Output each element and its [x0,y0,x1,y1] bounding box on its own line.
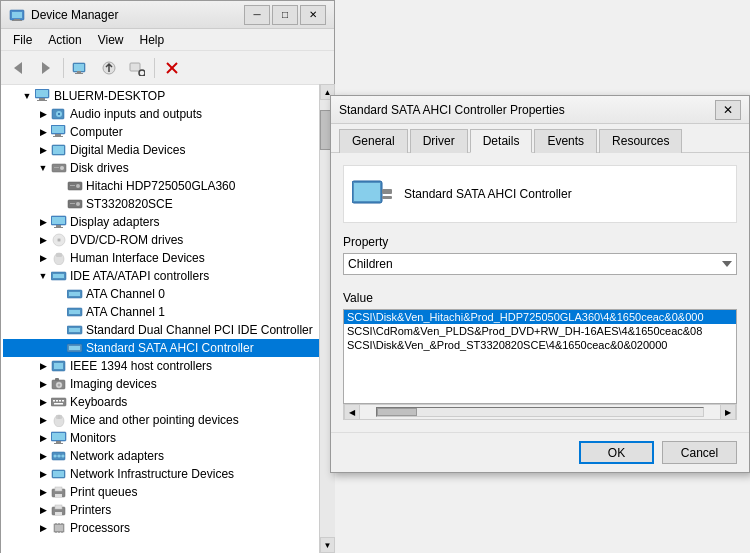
hid-expand[interactable]: ▶ [35,250,51,266]
monitors-expand[interactable]: ▶ [35,430,51,446]
ieee-expand[interactable]: ▶ [35,358,51,374]
dialog-title-bar: Standard SATA AHCI Controller Properties… [331,96,749,124]
scrollbar-thumb-h[interactable] [377,408,417,416]
tree-monitors-node[interactable]: ▶ Monitors [3,429,332,447]
horizontal-scrollbar[interactable]: ◀ ▶ [343,404,737,420]
tree-ata0-node[interactable]: ATA Channel 0 [3,285,332,303]
svg-rect-37 [70,203,75,204]
tree-dvd-node[interactable]: ▶ DVD/CD-ROM drives [3,231,332,249]
svg-rect-68 [54,403,63,405]
close-button[interactable]: ✕ [300,5,326,25]
tree-audio-node[interactable]: ▶ Audio inputs and outputs [3,105,332,123]
netinfra-expand[interactable]: ▶ [35,466,51,482]
mice-expand[interactable]: ▶ [35,412,51,428]
tree-keyboards-node[interactable]: ▶ Keyboards [3,393,332,411]
tree-ata1-node[interactable]: ATA Channel 1 [3,303,332,321]
svg-point-78 [58,455,61,458]
tree-ieee-node[interactable]: ▶ IEEE 1394 host controllers [3,357,332,375]
printers-expand[interactable]: ▶ [35,502,51,518]
scroll-left-arrow[interactable]: ◀ [344,404,360,420]
st-icon [67,196,83,212]
printers-label: Printers [70,503,111,517]
view-menu[interactable]: View [90,31,132,49]
action-menu[interactable]: Action [40,31,89,49]
tree-st-node[interactable]: ST3320820SCE [3,195,332,213]
tree-ide-node[interactable]: ▼ IDE ATA/ATAPI controllers [3,267,332,285]
keyboards-expand[interactable]: ▶ [35,394,51,410]
tree-display-node[interactable]: ▶ Display adapters [3,213,332,231]
tree-sata-node[interactable]: Standard SATA AHCI Controller [3,339,332,357]
tab-driver[interactable]: Driver [410,129,468,153]
digital-expand[interactable]: ▶ [35,142,51,158]
audio-expand[interactable]: ▶ [35,106,51,122]
svg-rect-75 [54,443,63,444]
ata1-icon [67,304,83,320]
tree-processors-node[interactable]: ▶ Processors [3,519,332,537]
tree-root-expand[interactable]: ▼ [19,88,35,104]
tree-disk-node[interactable]: ▼ Disk drives [3,159,332,177]
value-row-1[interactable]: SCSI\CdRom&Ven_PLDS&Prod_DVD+RW_DH-16AES… [344,324,736,338]
tree-printers-node[interactable]: ▶ Printers [3,501,332,519]
tree-root-node[interactable]: ▼ BLUERM-DESKTOP [3,87,332,105]
network-label: Network adapters [70,449,164,463]
monitors-label: Monitors [70,431,116,445]
tab-resources[interactable]: Resources [599,129,682,153]
value-listbox[interactable]: SCSI\Disk&Ven_Hitachi&Prod_HDP725050GLA3… [343,309,737,404]
computer-label: Computer [70,125,123,139]
display-expand[interactable]: ▶ [35,214,51,230]
help-menu[interactable]: Help [132,31,173,49]
processors-expand[interactable]: ▶ [35,520,51,536]
svg-rect-52 [69,310,80,314]
imaging-expand[interactable]: ▶ [35,376,51,392]
value-label: Value [343,291,737,305]
tree-hid-node[interactable]: ▶ Human Interface Devices [3,249,332,267]
value-row-2[interactable]: SCSI\Disk&Ven_&Prod_ST3320820SCE\4&1650c… [344,338,736,352]
back-button[interactable] [5,55,31,81]
update-driver-button[interactable] [96,55,122,81]
svg-point-44 [58,239,60,241]
digital-label: Digital Media Devices [70,143,185,157]
minimize-button[interactable]: ─ [244,5,270,25]
dialog-close-button[interactable]: ✕ [715,100,741,120]
tab-details[interactable]: Details [470,129,533,153]
tree-print-node[interactable]: ▶ Print queues [3,483,332,501]
file-menu[interactable]: File [5,31,40,49]
st-label: ST3320820SCE [86,197,173,211]
value-row-0[interactable]: SCSI\Disk&Ven_Hitachi&Prod_HDP725050GLA3… [344,310,736,324]
tab-general[interactable]: General [339,129,408,153]
tree-dual-node[interactable]: Standard Dual Channel PCI IDE Controller [3,321,332,339]
tree-network-node[interactable]: ▶ Network adapters [3,447,332,465]
tree-computer-node[interactable]: ▶ Computer [3,123,332,141]
scroll-down-arrow[interactable]: ▼ [320,537,335,553]
maximize-button[interactable]: □ [272,5,298,25]
svg-rect-67 [62,400,64,402]
network-expand[interactable]: ▶ [35,448,51,464]
svg-rect-28 [53,146,64,154]
display-label: Display adapters [70,215,159,229]
device-tree[interactable]: ▼ BLUERM-DESKTOP ▶ Audio inputs and outp… [1,85,334,553]
tree-mice-node[interactable]: ▶ Mice and other pointing devices [3,411,332,429]
dvd-expand[interactable]: ▶ [35,232,51,248]
hitachi-expand [51,178,67,194]
scroll-right-arrow[interactable]: ▶ [720,404,736,420]
svg-point-36 [76,202,80,206]
disk-expand[interactable]: ▼ [35,160,51,176]
print-expand[interactable]: ▶ [35,484,51,500]
tree-digital-node[interactable]: ▶ Digital Media Devices [3,141,332,159]
property-select[interactable]: Children [343,253,737,275]
properties-button[interactable] [68,55,94,81]
tree-imaging-node[interactable]: ▶ Imaging devices [3,375,332,393]
svg-rect-46 [56,253,62,257]
cancel-button[interactable]: Cancel [662,441,737,464]
tab-events[interactable]: Events [534,129,597,153]
tree-hitachi-node[interactable]: Hitachi HDP725050GLA360 [3,177,332,195]
svg-rect-66 [59,400,61,402]
ide-expand[interactable]: ▼ [35,268,51,284]
ok-button[interactable]: OK [579,441,654,464]
scan-button[interactable] [124,55,150,81]
tree-netinfra-node[interactable]: ▶ Network Infrastructure Devices [3,465,332,483]
uninstall-button[interactable] [159,55,185,81]
computer-expand[interactable]: ▶ [35,124,51,140]
forward-button[interactable] [33,55,59,81]
svg-rect-25 [55,134,61,136]
